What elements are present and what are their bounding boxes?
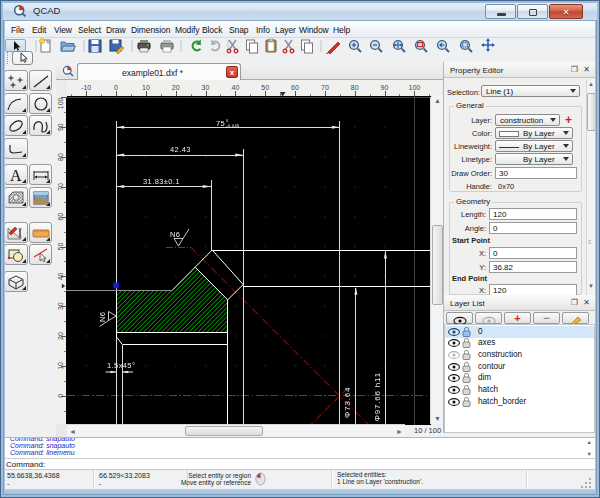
svg-text:-0.046: -0.046 <box>226 123 240 128</box>
svg-text:N6: N6 <box>98 312 107 322</box>
svg-text:30: 30 <box>57 302 64 310</box>
svg-text:1.5x45°: 1.5x45° <box>107 361 135 370</box>
svg-text:40: 40 <box>57 272 64 280</box>
svg-text:20: 20 <box>57 332 64 340</box>
svg-text:90: 90 <box>381 84 389 91</box>
svg-text:80: 80 <box>57 153 64 161</box>
svg-text:60: 60 <box>57 213 64 221</box>
svg-text:30: 30 <box>202 84 210 91</box>
svg-text:10: 10 <box>142 84 150 91</box>
svg-text:70: 70 <box>57 183 64 191</box>
svg-text:Φ97.66 h11: Φ97.66 h11 <box>373 372 382 421</box>
svg-text:0: 0 <box>57 394 64 398</box>
svg-text:100: 100 <box>57 97 64 109</box>
svg-text:31.83±0.1: 31.83±0.1 <box>143 177 180 186</box>
svg-text:75: 75 <box>216 119 225 128</box>
svg-text:40: 40 <box>232 84 240 91</box>
svg-text:90: 90 <box>57 123 64 131</box>
svg-text:A: A <box>10 167 22 184</box>
svg-text:50: 50 <box>57 243 64 251</box>
svg-text:-10: -10 <box>81 84 91 91</box>
svg-text:70: 70 <box>321 84 329 91</box>
svg-text:N6: N6 <box>170 230 180 239</box>
svg-text:10: 10 <box>57 362 64 370</box>
svg-text:42.43: 42.43 <box>170 145 191 154</box>
svg-text:0: 0 <box>114 84 118 91</box>
svg-text:50: 50 <box>261 84 269 91</box>
svg-text:100: 100 <box>409 84 421 91</box>
svg-text:Φ73.64: Φ73.64 <box>343 387 352 418</box>
svg-text:20: 20 <box>172 84 180 91</box>
svg-text:60: 60 <box>291 84 299 91</box>
svg-text:80: 80 <box>351 84 359 91</box>
